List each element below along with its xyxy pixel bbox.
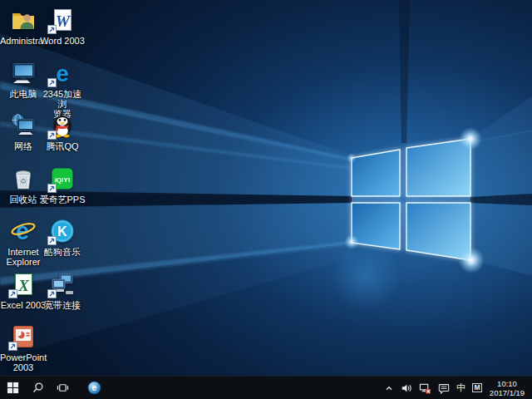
speech-bubble-icon xyxy=(438,382,450,394)
windows-desktop-screen: W e xyxy=(0,0,532,399)
start-button[interactable] xyxy=(0,377,25,399)
show-hidden-icons-button[interactable] xyxy=(381,377,397,399)
desktop-icon-label: 腾讯QQ xyxy=(39,141,86,151)
network-status-button[interactable] xyxy=(416,377,435,399)
system-tray: 中 M 10:10 2017/1/19 xyxy=(381,377,532,399)
task-view-icon xyxy=(57,382,69,394)
shortcut-arrow-icon xyxy=(47,78,57,87)
desktop-icon-tencent-qq[interactable]: 腾讯QQ xyxy=(39,112,86,151)
shortcut-arrow-icon xyxy=(8,289,17,298)
ime-indicator[interactable]: M xyxy=(469,377,485,399)
desktop-icon-2345-browser[interactable]: 2345加速浏览器 xyxy=(39,60,86,119)
desktop-icon-label: Word 2003 xyxy=(39,36,86,46)
taskbar-clock[interactable]: 10:10 2017/1/19 xyxy=(485,379,529,397)
shortcut-arrow-icon xyxy=(8,342,17,351)
desktop[interactable]: W e xyxy=(0,0,532,376)
desktop-icon-kugou-music[interactable]: 酷狗音乐 xyxy=(39,218,86,257)
desktop-icon-label: 宽带连接 xyxy=(39,300,86,310)
shortcut-arrow-icon xyxy=(47,184,57,193)
magnifier-icon xyxy=(32,382,44,394)
action-center-button[interactable] xyxy=(435,377,453,399)
speaker-icon xyxy=(401,382,412,394)
clock-date: 2017/1/19 xyxy=(487,388,527,397)
shortcut-arrow-icon xyxy=(47,131,57,140)
desktop-icon-label: 爱奇艺PPS xyxy=(39,195,86,204)
clock-time: 10:10 xyxy=(487,379,527,388)
ime-language-mode[interactable]: 中 xyxy=(453,377,469,399)
desktop-icon-label: PowerPoint2003 xyxy=(0,352,47,372)
network-disconnected-icon xyxy=(419,382,431,394)
desktop-icon-powerpoint-2003[interactable]: PowerPoint2003 xyxy=(0,323,47,372)
taskbar-app-2345-browser[interactable]: e xyxy=(81,377,106,399)
shortcut-arrow-icon xyxy=(47,236,57,245)
windows-logo-icon xyxy=(7,382,19,394)
task-view-button[interactable] xyxy=(50,377,75,399)
desktop-icon-iqiyi-pps[interactable]: 爱奇艺PPS xyxy=(39,165,86,204)
desktop-icon-label: 酷狗音乐 xyxy=(39,247,86,257)
svg-text:e: e xyxy=(91,383,96,392)
ime-indicator-label: M xyxy=(472,383,482,392)
volume-button[interactable] xyxy=(397,377,416,399)
taskbar: e xyxy=(0,376,532,399)
shortcut-arrow-icon xyxy=(47,25,57,34)
desktop-icon-broadband[interactable]: 宽带连接 xyxy=(39,271,86,310)
blue-e-sphere-icon: e xyxy=(87,381,101,395)
shortcut-arrow-icon xyxy=(47,289,57,298)
search-button[interactable] xyxy=(25,377,50,399)
desktop-icon-word-2003[interactable]: Word 2003 xyxy=(39,7,86,46)
chevron-up-icon xyxy=(384,383,394,393)
ime-chinese-mode-label: 中 xyxy=(456,383,466,392)
